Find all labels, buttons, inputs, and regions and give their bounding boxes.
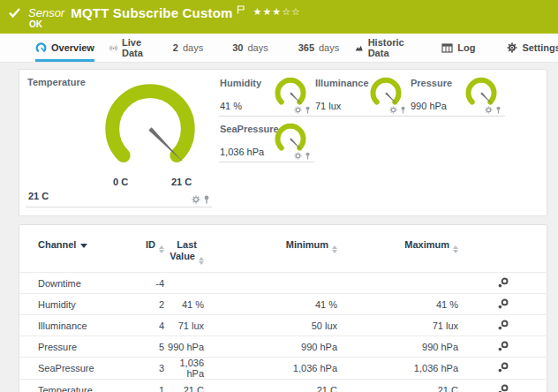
channel-minimum: 21 C xyxy=(204,380,337,392)
gauge-settings-gear-icon[interactable] xyxy=(389,106,397,114)
gauge-pin-icon[interactable] xyxy=(305,152,311,160)
channel-id: -4 xyxy=(125,273,164,294)
edit-channel-icon[interactable] xyxy=(498,277,509,288)
gauge-settings-gear-icon[interactable] xyxy=(294,152,302,160)
flag-icon[interactable] xyxy=(237,2,245,18)
channel-maximum xyxy=(337,273,458,294)
channel-last-value xyxy=(164,273,204,294)
gauge-scale-max: 21 C xyxy=(171,177,192,187)
column-header-id[interactable]: ID xyxy=(125,225,164,273)
small-gauges-grid: Humidity 41 % Illuminance 71 lux xyxy=(219,74,505,162)
table-row-pressure: Pressure 5 990 hPa 990 hPa 990 hPa xyxy=(19,336,547,358)
empty-cell xyxy=(410,120,505,162)
channel-name[interactable]: Downtime xyxy=(19,273,125,294)
channel-id: 2 xyxy=(125,294,164,315)
edit-channel-icon[interactable] xyxy=(498,384,509,392)
gauge-scale-min: 0 C xyxy=(113,177,128,187)
channel-last-value: 41 % xyxy=(164,294,204,315)
gauge-cell-humidity[interactable]: Humidity 41 % xyxy=(219,74,314,117)
edit-channel-icon[interactable] xyxy=(498,320,509,330)
page-title: MQTT Subscribe Custom xyxy=(71,5,232,20)
tab-365-days[interactable]: 365days xyxy=(298,34,340,62)
tab-settings[interactable]: Settings xyxy=(507,34,558,62)
status-badge: OK xyxy=(29,19,42,29)
gauge-pin-icon[interactable] xyxy=(305,106,311,114)
sort-desc-icon xyxy=(80,244,87,248)
gauge-value: 21 C xyxy=(28,191,49,201)
tab-live-data[interactable]: Live Data xyxy=(109,34,148,62)
tab-log[interactable]: Log xyxy=(441,34,475,62)
pressure-gauge-dial xyxy=(464,77,498,109)
edit-channel-icon[interactable] xyxy=(498,298,509,309)
temperature-gauge-dial xyxy=(101,81,200,175)
tab-historic-data[interactable]: Historic Data xyxy=(355,34,408,62)
table-row-temperature: Temperature 1 21 C 21 C 21 C xyxy=(19,380,547,392)
humidity-gauge-dial xyxy=(274,77,307,109)
gauge-label: Temperature xyxy=(27,77,86,87)
column-header-channel[interactable]: Channel xyxy=(19,225,125,273)
edit-channel-icon[interactable] xyxy=(498,362,509,373)
channel-id: 4 xyxy=(125,315,164,336)
area-chart-icon xyxy=(355,43,363,53)
gauge-settings-gear-icon[interactable] xyxy=(485,106,493,114)
channel-maximum: 990 hPa xyxy=(337,336,458,358)
sort-icon xyxy=(159,245,164,253)
channel-minimum xyxy=(204,273,337,294)
gauge-pin-icon[interactable] xyxy=(400,106,406,114)
tab-overview[interactable]: Overview xyxy=(35,34,94,62)
gauge-pin-icon[interactable] xyxy=(203,195,210,204)
priority-stars[interactable]: ★★★☆☆ xyxy=(253,6,301,18)
channel-minimum: 1,036 hPa xyxy=(204,358,337,380)
empty-cell xyxy=(314,120,410,162)
channel-maximum: 1,036 hPa xyxy=(337,358,458,380)
channel-name[interactable]: Temperature xyxy=(19,380,125,392)
table-row-downtime: Downtime -4 xyxy=(19,273,547,294)
gauge-pin-icon[interactable] xyxy=(495,106,501,114)
channel-id: 3 xyxy=(125,358,164,380)
channel-last-value: 21 C xyxy=(164,380,204,392)
channel-name[interactable]: Pressure xyxy=(19,336,125,358)
channel-table: Channel ID LastValue Minimum Maximum Dow… xyxy=(19,225,547,392)
gauge-cell-pressure[interactable]: Pressure 990 hPa xyxy=(410,74,505,117)
table-row-humidity: Humidity 2 41 % 41 % 41 % xyxy=(19,294,547,315)
channel-id: 5 xyxy=(125,336,164,358)
overview-gauges-panel: Temperature 0 C 21 C 21 C Humidity 41 % xyxy=(19,69,547,216)
tab-2-days[interactable]: 2days xyxy=(173,34,203,62)
channel-minimum: 41 % xyxy=(204,294,337,315)
channel-last-value: 71 lux xyxy=(164,315,204,336)
gauge-icon xyxy=(35,42,47,53)
gear-icon xyxy=(507,42,517,53)
sort-icon xyxy=(453,245,458,253)
broadcast-icon xyxy=(109,43,117,53)
channel-name[interactable]: Illuminance xyxy=(19,315,125,336)
sensor-header: Sensor MQTT Subscribe Custom ★★★☆☆ OK xyxy=(0,0,558,34)
gauge-settings-gear-icon[interactable] xyxy=(192,195,200,204)
column-header-maximum[interactable]: Maximum xyxy=(337,225,458,273)
channel-last-value: 1,036 hPa xyxy=(164,358,204,380)
tab-30-days[interactable]: 30days xyxy=(232,34,268,62)
object-kind-label: Sensor xyxy=(28,6,64,19)
channel-maximum: 21 C xyxy=(337,380,458,392)
sort-icon xyxy=(199,257,204,265)
column-header-edit xyxy=(458,225,547,273)
gauge-cell-illuminance[interactable]: Illuminance 71 lux xyxy=(314,74,410,117)
column-header-minimum[interactable]: Minimum xyxy=(204,225,337,273)
channel-table-panel: Channel ID LastValue Minimum Maximum Dow… xyxy=(19,224,547,392)
edit-channel-icon[interactable] xyxy=(498,341,509,351)
channel-maximum: 41 % xyxy=(337,294,458,315)
channel-maximum: 71 lux xyxy=(337,315,458,336)
channel-name[interactable]: Humidity xyxy=(19,294,125,315)
log-table-icon xyxy=(441,43,453,53)
seapressure-gauge-dial xyxy=(274,123,307,155)
table-row-seapressure: SeaPressure 3 1,036 hPa 1,036 hPa 1,036 … xyxy=(19,358,547,380)
sort-icon xyxy=(332,245,337,253)
channel-minimum: 990 hPa xyxy=(204,336,337,358)
illuminance-gauge-dial xyxy=(369,77,403,109)
gauge-cell-temperature[interactable]: Temperature 0 C 21 C 21 C xyxy=(26,74,212,207)
channel-name[interactable]: SeaPressure xyxy=(19,358,125,380)
gauge-cell-seapressure[interactable]: SeaPressure 1,036 hPa xyxy=(219,120,314,162)
channel-minimum: 50 lux xyxy=(204,315,337,336)
gauge-settings-gear-icon[interactable] xyxy=(294,106,302,114)
column-header-last-value[interactable]: LastValue xyxy=(164,225,204,273)
table-row-illuminance: Illuminance 4 71 lux 50 lux 71 lux xyxy=(19,315,547,336)
